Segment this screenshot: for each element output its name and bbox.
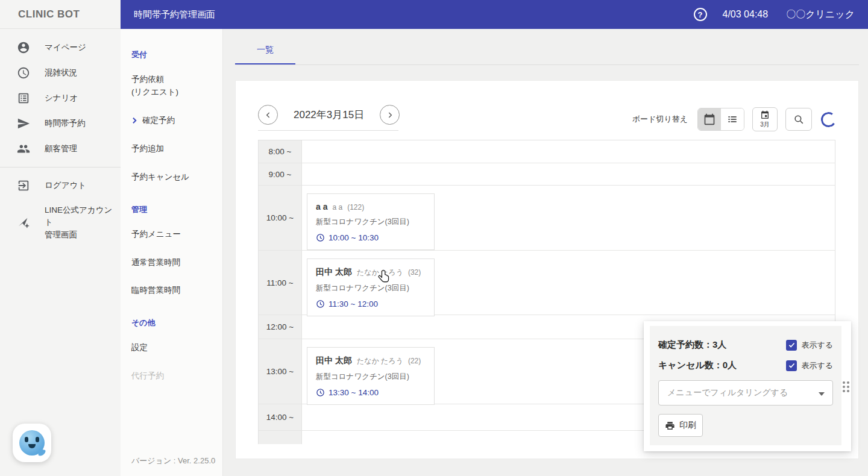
patient-name: 田中 太郎	[316, 267, 352, 278]
patient-name: 田中 太郎	[316, 355, 352, 366]
account-icon	[17, 41, 30, 54]
slot-area[interactable]: 田中 太郎 たなか たろう (32) 新型コロナワクチン(3回目) 11:30 …	[302, 251, 835, 315]
tab-list[interactable]: 一覧	[235, 45, 295, 64]
submenu-header-other: その他	[131, 318, 216, 328]
slot-area[interactable]: a a a a (122) 新型コロナワクチン(3回目) 10:00 ~ 10:…	[302, 186, 835, 250]
time-label: 11:00 ~	[259, 251, 302, 315]
chevron-left-icon	[263, 110, 273, 120]
calendar-icon	[703, 113, 715, 125]
submenu-item-confirmed[interactable]: 確定予約	[131, 114, 216, 127]
submenu-item-temp-hours[interactable]: 臨時営業時間	[131, 284, 216, 297]
header-datetime: 4/03 04:48	[723, 9, 769, 20]
submenu-item-request[interactable]: 予約依頼 (リクエスト)	[131, 74, 216, 99]
chatbot-widget-button[interactable]	[13, 424, 51, 462]
sidebar-item-scenario[interactable]: シナリオ	[0, 86, 121, 111]
appointment-slot: 10:00 ~ 10:30	[329, 233, 379, 242]
chevron-right-icon	[385, 110, 395, 120]
clinic-name: 〇〇クリニック	[786, 8, 855, 21]
submenu-header-reception: 受付	[131, 49, 216, 60]
panel-drag-handle[interactable]	[843, 381, 849, 392]
schedule-row-11[interactable]: 11:00 ~ 田中 太郎 たなか たろう (32) 新型コロナワクチン(3回目…	[259, 251, 835, 315]
version-label: バージョン : Ver. 2.25.0	[131, 456, 215, 466]
list-view-button[interactable]	[721, 108, 744, 130]
appointment-card[interactable]: 田中 太郎 たなか たろう (32) 新型コロナワクチン(3回目) 11:30 …	[307, 258, 435, 316]
page-title: 時間帯予約管理画面	[134, 9, 215, 20]
appointment-card[interactable]: a a a a (122) 新型コロナワクチン(3回目) 10:00 ~ 10:…	[307, 193, 435, 250]
confirmed-show-toggle[interactable]: 表示する	[786, 340, 833, 351]
next-day-button[interactable]	[380, 105, 400, 125]
patient-kana: a a	[332, 203, 342, 211]
tab-bar: 一覧	[235, 29, 859, 65]
summary-panel-content: 確定予約数：3人 表示する キャンセル数：0人 表示する メニューでフィルタリン…	[650, 326, 841, 445]
confirmed-count-label: 確定予約数：3人	[658, 339, 726, 351]
people-icon	[17, 142, 30, 155]
appointment-menu: 新型コロナワクチン(3回目)	[316, 283, 428, 293]
appointment-slot: 13:30 ~ 14:00	[329, 388, 379, 397]
board-switch-label: ボード切り替え	[632, 114, 688, 125]
submenu-item-add[interactable]: 予約追加	[131, 143, 216, 155]
sidebar-item-line-account[interactable]: LINE公式アカウント 管理画面	[0, 198, 121, 247]
print-button[interactable]: 印刷	[658, 414, 703, 437]
time-label: 8:00 ~	[259, 140, 302, 163]
logo-area: CLINIC BOT	[0, 0, 121, 29]
slot-area[interactable]	[302, 163, 835, 185]
sidebar-item-mypage[interactable]: マイページ	[0, 35, 121, 60]
patient-kana: たなか たろう	[357, 356, 403, 366]
summary-panel: 確定予約数：3人 表示する キャンセル数：0人 表示する メニューでフィルタリン…	[644, 321, 851, 451]
schedule-row-10[interactable]: 10:00 ~ a a a a (122) 新型コロナワクチン(3回目) 10:…	[259, 186, 835, 251]
slot-area[interactable]	[302, 140, 835, 163]
patient-number: (122)	[347, 203, 364, 211]
cancelled-show-toggle[interactable]: 表示する	[786, 360, 833, 371]
sidebar-item-timeslot[interactable]: 時間帯予約	[0, 111, 121, 136]
current-date: 2022年3月15日	[294, 108, 364, 122]
appointment-card[interactable]: 田中 太郎 たなか たろう (22) 新型コロナワクチン(3回目) 13:30 …	[307, 347, 435, 405]
cancelled-show-checkbox[interactable]	[786, 360, 797, 371]
top-bar: CLINIC BOT 時間帯予約管理画面 ? 4/03 04:48 〇〇クリニッ…	[0, 0, 868, 29]
prev-day-button[interactable]	[258, 105, 278, 125]
clock-icon	[316, 388, 325, 397]
submenu: 受付 予約依頼 (リクエスト) 確定予約 予約追加 予約キャンセル 管理 予約メ…	[121, 29, 223, 476]
sidebar-item-logout[interactable]: ログアウト	[0, 173, 121, 198]
title-bar: 時間帯予約管理画面 ? 4/03 04:48 〇〇クリニック	[121, 0, 868, 29]
appointment-menu: 新型コロナワクチン(3回目)	[316, 217, 428, 227]
app-logo: CLINIC BOT	[18, 8, 80, 20]
help-icon[interactable]: ?	[694, 8, 707, 21]
sidebar-item-congestion[interactable]: 混雑状況	[0, 60, 121, 86]
clock-icon	[17, 66, 30, 80]
search-button[interactable]	[785, 108, 812, 131]
sidebar-item-customers[interactable]: 顧客管理	[0, 136, 121, 161]
time-label: 13:00 ~	[259, 339, 302, 404]
filter-placeholder: メニューでフィルタリングする	[667, 387, 788, 398]
submenu-item-menu[interactable]: 予約メニュー	[131, 228, 216, 241]
schedule-row-9[interactable]: 9:00 ~	[259, 163, 835, 186]
submenu-item-cancel[interactable]: 予約キャンセル	[131, 171, 216, 184]
patient-number: (32)	[408, 268, 421, 277]
month-button-label: 3月	[760, 121, 770, 129]
show-label: 表示する	[801, 360, 833, 371]
clock-icon	[316, 299, 325, 308]
dropdown-caret-icon	[819, 392, 825, 396]
time-label: 14:00 ~	[259, 404, 302, 430]
show-label: 表示する	[801, 340, 833, 351]
board-view-toggle	[697, 108, 744, 131]
sidebar: マイページ 混雑状況 シナリオ 時間帯予約 顧客管理 ログアウト LINE公式ア…	[0, 29, 121, 476]
menu-filter-select[interactable]: メニューでフィルタリングする	[658, 380, 833, 406]
send-icon	[17, 117, 30, 130]
clock-icon	[316, 233, 325, 242]
confirmed-show-checkbox[interactable]	[786, 340, 797, 351]
check-icon	[788, 362, 796, 369]
list-icon	[726, 113, 738, 125]
submenu-item-normal-hours[interactable]: 通常営業時間	[131, 257, 216, 269]
schedule-row-8[interactable]: 8:00 ~	[259, 140, 835, 163]
submenu-item-settings[interactable]: 設定	[131, 342, 216, 354]
month-picker-button[interactable]: 3月	[752, 107, 778, 131]
calendar-view-button[interactable]	[698, 108, 721, 130]
appointment-slot: 11:30 ~ 12:00	[329, 299, 378, 308]
patient-name: a a	[316, 202, 327, 211]
loading-spinner	[820, 111, 837, 128]
chatbot-face-icon	[19, 430, 45, 456]
time-label: 10:00 ~	[259, 186, 302, 250]
search-icon	[793, 114, 805, 125]
chevron-right-icon	[131, 117, 138, 124]
calendar-month-icon	[760, 110, 770, 120]
